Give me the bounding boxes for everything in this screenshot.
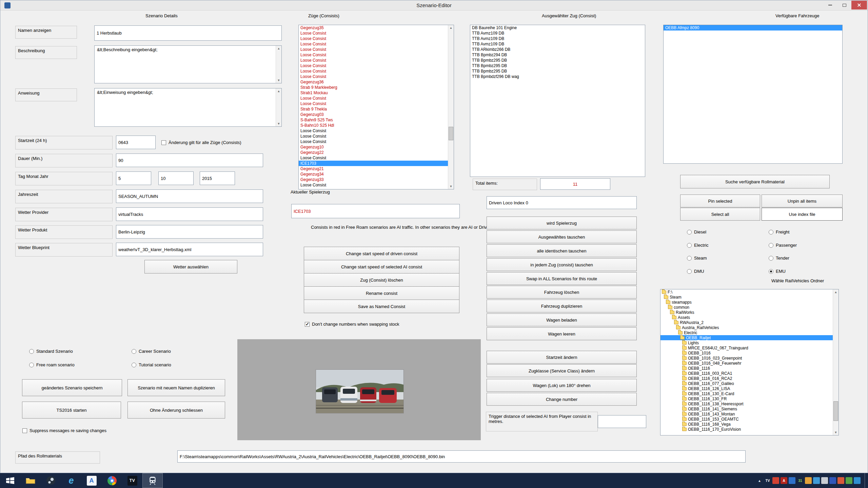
- radio-dmu[interactable]: DMU: [687, 269, 704, 274]
- swap-selected-button[interactable]: Ausgewähltes tauschen: [487, 230, 637, 243]
- consist-item[interactable]: Loose Consist: [299, 30, 454, 36]
- tree-item[interactable]: OEBB_1016_023_Greenpoint: [660, 355, 839, 361]
- tray-icon[interactable]: [813, 477, 820, 484]
- suppress-messages-checkbox[interactable]: Suppress messages re saving changes: [22, 428, 106, 433]
- consist-item[interactable]: Gegenzug10: [299, 144, 454, 150]
- tray-icon[interactable]: [846, 477, 852, 484]
- consist-item[interactable]: Loose Consist: [299, 36, 454, 41]
- duplicate-vehicle-button[interactable]: Fahrzeug duplizieren: [487, 300, 637, 312]
- tree-item[interactable]: F:\: [660, 289, 839, 294]
- tree-item[interactable]: OEBB_1116_077_Galileo: [660, 381, 839, 386]
- tree-item[interactable]: OEBB_1116_143_Montan: [660, 411, 839, 416]
- tray-icon[interactable]: [854, 477, 861, 484]
- consist-vehicle-item[interactable]: TTB ARkimbz266 DB: [470, 47, 645, 52]
- change-start-time-button[interactable]: Startzeit ändern: [487, 351, 637, 364]
- tray-icon[interactable]: A: [781, 477, 787, 484]
- save-named-consist-button[interactable]: Save as Named Consist: [304, 300, 459, 313]
- consist-item[interactable]: Loose Consist: [299, 155, 454, 161]
- select-weather-button[interactable]: Wetter auswählen: [144, 260, 237, 273]
- consist-vehicle-item[interactable]: TTB Avmz109 DB: [470, 30, 645, 36]
- save-scenario-button[interactable]: geändertes Szenario speichern: [22, 379, 122, 396]
- consist-item[interactable]: Gegenzug36: [299, 79, 454, 85]
- trigger-distance-input[interactable]: [598, 415, 646, 428]
- change-number-button[interactable]: Change number: [487, 393, 637, 406]
- consist-item[interactable]: Loose Consist: [299, 128, 454, 134]
- consist-item[interactable]: ICE1703: [299, 161, 454, 166]
- tray-icon[interactable]: 31: [797, 477, 804, 484]
- apply-all-checkbox[interactable]: Änderung gilt für alle Züge (Consists): [161, 140, 241, 145]
- scroll-up-icon[interactable]: ▲: [833, 289, 839, 295]
- consist-item[interactable]: Gegenzug33: [299, 177, 454, 182]
- tree-item[interactable]: RWAustria_2: [660, 320, 839, 325]
- use-index-file-button[interactable]: Use index file: [762, 208, 843, 221]
- tree-item[interactable]: OEBB_1016_048_Feuerwehr: [660, 361, 839, 366]
- radio-freeroam-scenario[interactable]: Free roam scenario: [29, 362, 75, 367]
- tree-item[interactable]: Steam: [660, 294, 839, 300]
- consist-item[interactable]: S-Bahn10 S25 Hdl: [299, 123, 454, 128]
- radio-standard-scenario[interactable]: Standard Szenario: [29, 349, 73, 354]
- swap-in-every-consist-button[interactable]: in jedem Zug (consist) tauschen: [487, 258, 637, 271]
- instruction-textarea[interactable]: &lt;Einweisung eingeben&gt; ▲▼: [94, 88, 282, 127]
- tree-item[interactable]: OEBB_1116_153_OEAMTC: [660, 416, 839, 422]
- tree-item[interactable]: OEBB_1116: [660, 366, 839, 371]
- consist-item[interactable]: Loose Consist: [299, 41, 454, 47]
- tree-item[interactable]: Lights: [660, 340, 839, 345]
- radio-career-scenario[interactable]: Career Scenario: [132, 349, 171, 354]
- maximize-button[interactable]: [837, 1, 851, 9]
- consist-item[interactable]: Loose Consist: [299, 52, 454, 58]
- pin-selected-button[interactable]: Pin selected: [680, 195, 760, 207]
- consist-item[interactable]: Strab 9 Thekla: [299, 106, 454, 112]
- tray-icon[interactable]: [789, 477, 795, 484]
- consist-item[interactable]: Loose Consist: [299, 134, 454, 139]
- tray-icon[interactable]: [829, 477, 836, 484]
- swap-all-scenarios-button[interactable]: Swap in ALL Scenarios for this route: [487, 272, 637, 285]
- start-time-input[interactable]: 0643: [116, 136, 156, 149]
- consist-vehicle-item[interactable]: TTB Bpmbz295 DB: [470, 63, 645, 68]
- scroll-down-icon[interactable]: ▼: [276, 121, 281, 126]
- scroll-up-icon[interactable]: ▲: [276, 46, 281, 51]
- consist-vehicle-item[interactable]: TTB Bpmbz294 DB: [470, 52, 645, 58]
- change-service-class-button[interactable]: Zugklasse (Service Class) ändern: [487, 364, 637, 377]
- rename-consist-button[interactable]: Rename consist: [304, 286, 459, 300]
- empty-wagon-button[interactable]: Wagen leeren: [487, 327, 637, 340]
- start-button[interactable]: [0, 473, 20, 488]
- tree-item[interactable]: OEBB_1116_130_FR: [660, 396, 839, 401]
- name-input[interactable]: 1 Herbstlaub: [94, 25, 282, 41]
- consist-item[interactable]: Gegenzug34: [299, 171, 454, 177]
- tree-scrollbar[interactable]: ▲ ▼: [833, 289, 839, 435]
- taskbar-a-app-icon[interactable]: A: [81, 473, 102, 488]
- description-textarea[interactable]: &lt;Beschreibung eingeben&gt; ▲▼: [94, 45, 282, 83]
- consist-item[interactable]: Gegenzug03: [299, 112, 454, 117]
- weather-blueprint-input[interactable]: weather\vT_3D_klarer_Herbsttag.xml: [116, 243, 263, 256]
- consist-vehicle-item[interactable]: TTB Avmz109 DB: [470, 41, 645, 47]
- tree-item[interactable]: OEBB_1116_168_Vega: [660, 422, 839, 427]
- consist-item[interactable]: Gegenzug21: [299, 166, 454, 171]
- taskbar-tv-app-icon[interactable]: TV: [122, 473, 142, 488]
- scroll-down-icon[interactable]: ▼: [833, 430, 839, 435]
- radio-tender[interactable]: Tender: [769, 256, 789, 261]
- consist-vehicle-item[interactable]: TTB Bpmbz295 DB: [470, 58, 645, 63]
- available-vehicle-item[interactable]: OEBB Afmpz 8090: [664, 25, 842, 30]
- radio-tutorial-scenario[interactable]: Tutorial scenario: [132, 362, 171, 367]
- tree-item[interactable]: Assets: [660, 315, 839, 320]
- instruction-scrollbar[interactable]: ▲▼: [276, 88, 281, 126]
- consist-vehicle-item[interactable]: TTB Bpmbz295 DB: [470, 68, 645, 74]
- minimize-button[interactable]: [823, 1, 837, 9]
- tray-icon[interactable]: [805, 477, 812, 484]
- tree-item[interactable]: RailWorks: [660, 310, 839, 315]
- radio-passenger[interactable]: Passenger: [769, 243, 797, 248]
- delete-vehicle-button[interactable]: Fahrzeug löschen: [487, 286, 637, 299]
- consist-item[interactable]: Gegenzug22: [299, 150, 454, 155]
- consist-vehicle-item[interactable]: TTB Avmz109 DB: [470, 36, 645, 41]
- taskbar-explorer-icon[interactable]: [20, 473, 41, 488]
- consist-item[interactable]: Loose Consist: [299, 58, 454, 63]
- consist-item[interactable]: Gegenzug35: [299, 25, 454, 30]
- tree-item[interactable]: OEBB_1116_003_RCA1: [660, 371, 839, 376]
- current-player-train-input[interactable]: ICE1703: [291, 204, 460, 218]
- tree-item[interactable]: common: [660, 305, 839, 310]
- consist-item[interactable]: Loose Consist: [299, 96, 454, 101]
- scroll-up-icon[interactable]: ▲: [276, 88, 281, 94]
- tree-item[interactable]: Austria_RailVehicles: [660, 325, 839, 330]
- radio-emu[interactable]: EMU: [769, 269, 786, 274]
- consist-item[interactable]: Loose Consist: [299, 74, 454, 79]
